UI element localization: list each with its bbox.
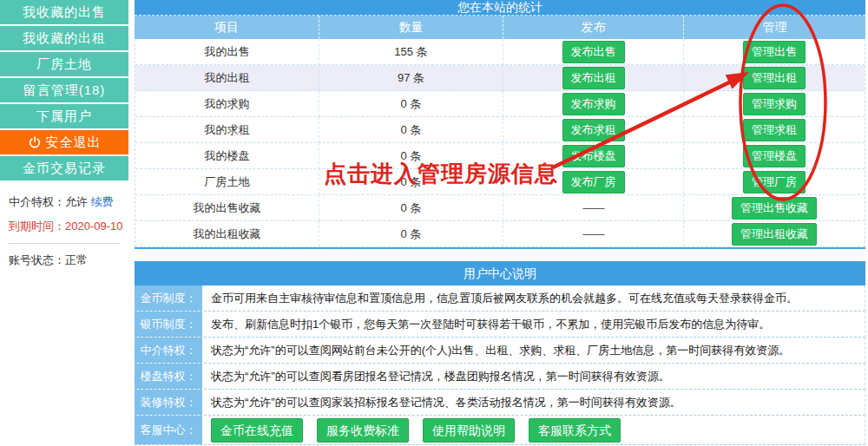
guide-label: 中介特权： [135, 338, 202, 363]
row-item: 我的求租 [135, 117, 319, 142]
manage-sale-button[interactable]: 管理出售 [743, 41, 806, 63]
stats-header-row: 项目 数量 发布 管理 [135, 16, 865, 39]
row-item: 我的楼盘 [135, 143, 319, 168]
guide-text: 状态为“允许”的可以查阅看房团报名登记情况，楼盘团购报名情况，第一时间获得有效资… [202, 364, 865, 389]
table-bottom-border [135, 247, 865, 249]
user-center-guide: 用户中心说明 金币制度： 金币可用来自主审核待审信息和置顶信息用，信息置顶后被网… [135, 261, 865, 445]
stats-body: 我的出售 155 条 发布出售 管理出售 我的出租 97 条 发布出租 管理出租… [135, 39, 865, 247]
publish-wanted-buy-button[interactable]: 发布求购 [562, 93, 625, 115]
row-count: 155 条 [319, 39, 503, 64]
col-header-publish: 发布 [503, 16, 684, 39]
guide-label: 银币制度： [135, 312, 202, 337]
guide-row-silver-coin: 银币制度： 发布、刷新信息时扣1个银币，您每天第一次登陆时可获得若干银币，不累加… [135, 312, 865, 338]
stats-title: 您在本站的统计 [135, 0, 865, 16]
sidebar-item-fav-sale[interactable]: 我收藏的出售 [0, 0, 128, 24]
help-guide-button[interactable]: 使用帮助说明 [423, 418, 515, 443]
contact-service-button[interactable]: 客服联系方式 [529, 418, 621, 443]
coin-recharge-button[interactable]: 金币在线充值 [211, 418, 303, 443]
logout-label: 安全退出 [46, 130, 102, 154]
power-icon [28, 135, 42, 149]
publish-sale-button[interactable]: 发布出售 [562, 41, 625, 63]
guide-text: 金币可用来自主审核待审信息和置顶信息用，信息置顶后被网友联系的机会就越多。可在线… [202, 285, 865, 311]
stats-table: 您在本站的统计 项目 数量 发布 管理 我的出售 155 条 发布出售 管理出售… [135, 0, 865, 249]
table-row: 我的出租 97 条 发布出租 管理出租 [135, 65, 865, 91]
col-header-count: 数量 [319, 16, 503, 39]
guide-title: 用户中心说明 [135, 261, 865, 285]
guide-text: 发布、刷新信息时扣1个银币，您每天第一次登陆时可获得若干银币，不累加，使用完银币… [202, 312, 865, 337]
row-count: 0 条 [319, 117, 503, 142]
guide-label: 金币制度： [135, 285, 202, 311]
sidebar-item-logout[interactable]: 安全退出 [0, 130, 128, 154]
row-item: 我的求购 [135, 91, 319, 116]
manage-wanted-rent-button[interactable]: 管理求租 [743, 119, 806, 141]
sidebar: 我收藏的出售 我收藏的出租 厂房土地 留言管理(18) 下属用户 安全退出 金币… [0, 0, 128, 277]
account-info: 中介特权：允许 续费 到期时间：2020-09-10 账号状态：正常 [0, 182, 128, 268]
expire-date: 到期时间：2020-09-10 [9, 219, 128, 234]
manage-rent-fav-button[interactable]: 管理出租收藏 [732, 223, 817, 246]
sidebar-item-factory-land[interactable]: 厂房土地 [0, 52, 128, 76]
publish-rent-button[interactable]: 发布出租 [562, 67, 625, 89]
table-row: 我的求购 0 条 发布求购 管理求购 [135, 91, 865, 117]
guide-row-gold-coin: 金币制度： 金币可用来自主审核待审信息和置顶信息用，信息置顶后被网友联系的机会就… [135, 285, 865, 312]
table-row: 我的出租收藏 0 条 —— 管理出租收藏 [135, 221, 865, 247]
publish-factory-button[interactable]: 发布厂房 [562, 171, 625, 193]
manage-wanted-buy-button[interactable]: 管理求购 [743, 93, 806, 115]
row-item: 厂房土地 [135, 169, 319, 194]
guide-row-agent-privilege: 中介特权： 状态为“允许”的可以查阅网站前台未公开的(个人)出售、出租、求购、求… [135, 338, 865, 364]
guide-row-decoration-privilege: 装修特权： 状态为“允许”的可以查阅家装招标报名登记情况、各类活动报名情况，第一… [135, 390, 865, 416]
table-row: 我的求租 0 条 发布求租 管理求租 [135, 117, 865, 143]
guide-text: 状态为“允许”的可以查阅网站前台未公开的(个人)出售、出租、求购、求租、厂房土地… [202, 338, 865, 363]
row-item: 我的出售收藏 [135, 195, 319, 220]
divider [9, 243, 120, 244]
sidebar-item-messages[interactable]: 留言管理(18) [0, 78, 128, 102]
manage-factory-button[interactable]: 管理厂房 [743, 171, 806, 193]
row-count: 0 条 [319, 91, 503, 116]
renew-link[interactable]: 续费 [91, 195, 114, 208]
row-count: 0 条 [319, 143, 503, 168]
sidebar-item-fav-rent[interactable]: 我收藏的出租 [0, 26, 128, 50]
row-count: 0 条 [319, 221, 503, 246]
sidebar-item-sub-users[interactable]: 下属用户 [0, 104, 128, 128]
guide-text: 状态为“允许”的可以查阅家装招标报名登记情况、各类活动报名情况，第一时间获得有效… [202, 390, 865, 415]
publish-wanted-rent-button[interactable]: 发布求租 [562, 119, 625, 141]
table-row: 我的出售 155 条 发布出售 管理出售 [135, 39, 865, 65]
main-content: 您在本站的统计 项目 数量 发布 管理 我的出售 155 条 发布出售 管理出售… [135, 0, 865, 445]
no-publish-dash: —— [583, 227, 604, 240]
row-item: 我的出租 [135, 65, 319, 90]
row-item: 我的出售 [135, 39, 319, 64]
user-center-page: 我收藏的出售 我收藏的出租 厂房土地 留言管理(18) 下属用户 安全退出 金币… [0, 0, 868, 446]
table-row: 我的楼盘 0 条 发布楼盘 管理楼盘 [135, 143, 865, 169]
col-header-item: 项目 [135, 16, 319, 39]
row-count: 0 条 [319, 169, 503, 194]
manage-rent-button[interactable]: 管理出租 [743, 67, 806, 89]
guide-label: 装修特权： [135, 390, 202, 415]
account-status: 账号状态：正常 [9, 253, 128, 268]
fee-standard-button[interactable]: 服务收费标准 [317, 418, 409, 443]
table-row: 我的出售收藏 0 条 —— 管理出售收藏 [135, 195, 865, 221]
row-count: 97 条 [319, 65, 503, 90]
guide-label: 楼盘特权： [135, 364, 202, 389]
guide-label: 客服中心： [135, 416, 202, 444]
publish-property-button[interactable]: 发布楼盘 [562, 145, 625, 167]
col-header-manage: 管理 [684, 16, 865, 39]
guide-row-property-privilege: 楼盘特权： 状态为“允许”的可以查阅看房团报名登记情况，楼盘团购报名情况，第一时… [135, 364, 865, 390]
manage-sale-fav-button[interactable]: 管理出售收藏 [732, 197, 817, 220]
manage-property-button[interactable]: 管理楼盘 [743, 145, 806, 167]
sidebar-item-coin-log[interactable]: 金币交易记录 [0, 156, 128, 180]
row-count: 0 条 [319, 195, 503, 220]
privilege-status: 中介特权：允许 [9, 195, 88, 208]
no-publish-dash: —— [583, 201, 604, 214]
row-item: 我的出租收藏 [135, 221, 319, 246]
table-row: 厂房土地 0 条 发布厂房 管理厂房 [135, 169, 865, 195]
guide-row-customer-service: 客服中心： 金币在线充值 服务收费标准 使用帮助说明 客服联系方式 [135, 416, 865, 445]
